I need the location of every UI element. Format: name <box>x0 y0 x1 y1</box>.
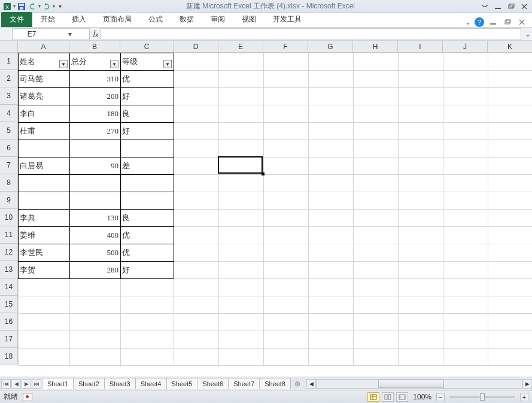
row-header-7[interactable]: 7 <box>0 157 18 174</box>
col-header-G[interactable]: G <box>308 41 353 53</box>
row-header-16[interactable]: 16 <box>0 313 18 331</box>
row-header-13[interactable]: 13 <box>0 261 18 278</box>
sheet-tab-Sheet6[interactable]: Sheet6 <box>197 378 229 389</box>
zoom-out-icon[interactable]: − <box>436 393 445 401</box>
macro-record-icon[interactable] <box>23 393 32 401</box>
col-header-I[interactable]: I <box>398 41 443 53</box>
row-header-5[interactable]: 5 <box>0 122 18 140</box>
qat-dropdown-icon[interactable]: ▾ <box>13 4 16 9</box>
cell-grade-10[interactable]: 良 <box>120 209 174 226</box>
sheet-nav-next-icon[interactable]: ▶ <box>22 379 31 389</box>
cell-grade-7[interactable]: 差 <box>120 157 174 174</box>
row-header-6[interactable]: 6 <box>0 140 18 157</box>
cell-score-4[interactable]: 180 <box>69 105 120 122</box>
cell-score-11[interactable]: 400 <box>69 226 120 244</box>
row-header-12[interactable]: 12 <box>0 244 18 261</box>
cell-name-13[interactable]: 李贺 <box>18 261 69 278</box>
formula-bar-expand-icon[interactable]: ⌄ <box>524 30 532 38</box>
row-header-9[interactable]: 9 <box>0 192 18 209</box>
col-header-J[interactable]: J <box>443 41 488 53</box>
sheet-tab-Sheet7[interactable]: Sheet7 <box>228 378 260 389</box>
col-header-E[interactable]: E <box>218 41 263 53</box>
tab-6[interactable]: 视图 <box>233 12 265 27</box>
cell-score-13[interactable]: 280 <box>69 261 120 278</box>
help-icon[interactable]: ? <box>475 17 484 27</box>
zoom-slider[interactable] <box>449 396 515 398</box>
col-header-D[interactable]: D <box>174 41 218 53</box>
tab-1[interactable]: 插入 <box>63 12 95 27</box>
cell-grade-2[interactable]: 优 <box>120 70 174 87</box>
view-normal-icon[interactable] <box>367 392 379 402</box>
undo-icon[interactable] <box>28 2 37 11</box>
row-header-4[interactable]: 4 <box>0 105 18 122</box>
sheet-tab-Sheet1[interactable]: Sheet1 <box>42 378 74 389</box>
row-header-8[interactable]: 8 <box>0 174 18 192</box>
filter-dropdown-col-A[interactable]: ▼ <box>59 60 68 68</box>
cell-grade-4[interactable]: 良 <box>120 105 174 122</box>
sheet-tab-Sheet2[interactable]: Sheet2 <box>73 378 105 389</box>
cell-name-3[interactable]: 诸葛亮 <box>18 87 69 105</box>
tab-4[interactable]: 数据 <box>171 12 202 27</box>
cell-grade-5[interactable]: 好 <box>120 122 174 140</box>
cell-grade-11[interactable]: 优 <box>120 226 174 244</box>
redo-dropdown-icon[interactable]: ▾ <box>53 4 55 9</box>
qat-customize-icon[interactable]: ▾ <box>56 3 62 10</box>
hscroll-right-icon[interactable]: ▶ <box>522 379 532 389</box>
tab-5[interactable]: 审阅 <box>202 12 233 27</box>
cell-score-12[interactable]: 500 <box>69 244 120 261</box>
row-header-1[interactable]: 1 <box>0 53 18 70</box>
undo-dropdown-icon[interactable]: ▾ <box>38 4 41 9</box>
row-header-10[interactable]: 10 <box>0 209 18 226</box>
tab-0[interactable]: 开始 <box>32 12 63 27</box>
cell-score-10[interactable]: 130 <box>69 209 120 226</box>
name-box-dropdown-icon[interactable]: ▾ <box>51 30 89 38</box>
fill-handle[interactable] <box>262 172 265 175</box>
col-header-H[interactable]: H <box>353 41 398 53</box>
fx-icon[interactable]: fx <box>93 29 98 38</box>
cell-name-12[interactable]: 李世民 <box>18 244 69 261</box>
zoom-thumb[interactable] <box>480 393 485 401</box>
save-icon[interactable] <box>17 2 26 11</box>
hscroll-left-icon[interactable]: ◀ <box>306 379 316 389</box>
col-header-F[interactable]: F <box>263 41 308 53</box>
workbook-close-icon[interactable] <box>516 18 527 26</box>
cell-name-11[interactable]: 姜维 <box>18 226 69 244</box>
cell-score-2[interactable]: 310 <box>69 70 120 87</box>
cell-name-7[interactable]: 白居易 <box>18 157 69 174</box>
cell-name-10[interactable]: 李典 <box>18 209 69 226</box>
col-header-C[interactable]: C <box>120 41 174 53</box>
col-header-A[interactable]: A <box>18 41 69 53</box>
sheet-tab-Sheet8[interactable]: Sheet8 <box>259 378 291 389</box>
view-page-break-icon[interactable] <box>396 392 408 402</box>
window-restore-icon[interactable] <box>506 2 516 11</box>
col-header-K[interactable]: K <box>488 41 532 53</box>
row-header-11[interactable]: 11 <box>0 226 18 244</box>
redo-icon[interactable] <box>42 2 51 11</box>
sheet-tab-Sheet5[interactable]: Sheet5 <box>166 378 198 389</box>
filter-dropdown-col-B[interactable]: ▼ <box>110 60 118 68</box>
row-header-2[interactable]: 2 <box>0 70 18 87</box>
cell-name-5[interactable]: 杜甫 <box>18 122 69 140</box>
sheet-tab-Sheet3[interactable]: Sheet3 <box>104 378 136 389</box>
view-page-layout-icon[interactable] <box>382 392 394 402</box>
cell-score-3[interactable]: 200 <box>69 87 120 105</box>
row-header-18[interactable]: 18 <box>0 348 18 365</box>
cell-name-4[interactable]: 李白 <box>18 105 69 122</box>
sheet-tab-Sheet4[interactable]: Sheet4 <box>135 378 167 389</box>
cell-grade-13[interactable]: 好 <box>120 261 174 278</box>
filter-dropdown-col-C[interactable]: ▼ <box>163 60 172 68</box>
sheet-nav-first-icon[interactable]: ⏮ <box>1 379 11 389</box>
window-close-icon[interactable] <box>519 2 530 11</box>
zoom-in-icon[interactable]: + <box>520 393 528 401</box>
row-header-15[interactable]: 15 <box>0 296 18 313</box>
tab-file[interactable]: 文件 <box>1 12 32 27</box>
cell-score-7[interactable]: 90 <box>69 157 120 174</box>
workbook-minimize-icon[interactable] <box>488 18 498 26</box>
workbook-restore-icon[interactable] <box>502 18 513 26</box>
tab-2[interactable]: 页面布局 <box>95 12 140 27</box>
tab-7[interactable]: 开发工具 <box>265 12 310 27</box>
row-header-14[interactable]: 14 <box>0 278 18 296</box>
cell-grade-3[interactable]: 好 <box>120 87 174 105</box>
window-minimize-icon[interactable] <box>493 2 503 11</box>
sheet-nav-last-icon[interactable]: ⏭ <box>32 379 41 389</box>
